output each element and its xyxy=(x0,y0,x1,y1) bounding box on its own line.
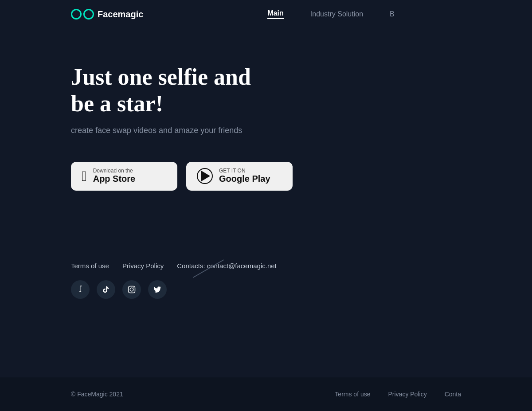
twitter-icon[interactable] xyxy=(148,280,167,299)
hero-title-line2: be a star! xyxy=(71,91,163,116)
app-store-text: Download on the App Store xyxy=(93,168,136,184)
app-store-button[interactable]:  Download on the App Store xyxy=(71,162,177,191)
footer-bottom-links: Terms of use Privacy Policy Conta xyxy=(335,391,461,398)
play-triangle-icon xyxy=(201,171,210,181)
logo[interactable]: Facemagic xyxy=(71,9,143,20)
nav-link-industry[interactable]: Industry Solution xyxy=(310,10,363,18)
footer-links: Terms of use Privacy Policy Contacts: co… xyxy=(71,262,461,270)
instagram-icon[interactable] xyxy=(122,280,141,299)
apple-icon:  xyxy=(82,168,87,184)
logo-circles xyxy=(71,9,94,20)
footer-terms-link[interactable]: Terms of use xyxy=(71,262,109,270)
main-content: Just one selfie and be a star! create fa… xyxy=(0,28,532,253)
footer-contacts: Contacts: contact@facemagic.net xyxy=(177,262,277,270)
footer-bottom: © FaceMagic 2021 Terms of use Privacy Po… xyxy=(0,377,532,411)
hero-subtitle: create face swap videos and amaze your f… xyxy=(71,126,461,135)
copyright-text: © FaceMagic 2021 xyxy=(71,391,123,398)
nav-links: Main Industry Solution B xyxy=(267,9,394,19)
nav-link-b[interactable]: B xyxy=(390,10,395,18)
svg-rect-0 xyxy=(129,286,135,293)
logo-text: Facemagic xyxy=(98,9,143,20)
app-store-small-text: Download on the xyxy=(93,168,136,173)
svg-point-1 xyxy=(130,288,133,291)
hero-title-line1: Just one selfie and xyxy=(71,64,251,90)
nav-link-main[interactable]: Main xyxy=(267,9,283,19)
hero-title: Just one selfie and be a star! xyxy=(71,64,461,117)
app-store-large-text: App Store xyxy=(93,173,136,184)
navbar: Facemagic Main Industry Solution B xyxy=(0,0,532,28)
tiktok-icon[interactable] xyxy=(97,280,115,299)
social-icons: f xyxy=(71,280,461,299)
store-buttons:  Download on the App Store GET IT ON Go… xyxy=(71,162,461,191)
footer-privacy-link[interactable]: Privacy Policy xyxy=(122,262,164,270)
google-play-button[interactable]: GET IT ON Google Play xyxy=(186,162,293,191)
svg-point-2 xyxy=(133,287,134,288)
footer-contacts-label: Contacts: xyxy=(177,262,207,270)
google-play-text: GET IT ON Google Play xyxy=(219,168,270,184)
facebook-icon[interactable]: f xyxy=(71,280,90,299)
footer-bottom-terms[interactable]: Terms of use xyxy=(335,391,370,398)
google-play-large-text: Google Play xyxy=(219,173,270,184)
footer-bottom-contact[interactable]: Conta xyxy=(445,391,461,398)
google-play-small-text: GET IT ON xyxy=(219,168,270,173)
play-icon-wrap xyxy=(197,168,213,184)
logo-circle-left xyxy=(71,9,82,20)
footer-bottom-privacy[interactable]: Privacy Policy xyxy=(388,391,427,398)
footer-top: Terms of use Privacy Policy Contacts: co… xyxy=(0,253,532,308)
logo-circle-right xyxy=(83,9,94,20)
